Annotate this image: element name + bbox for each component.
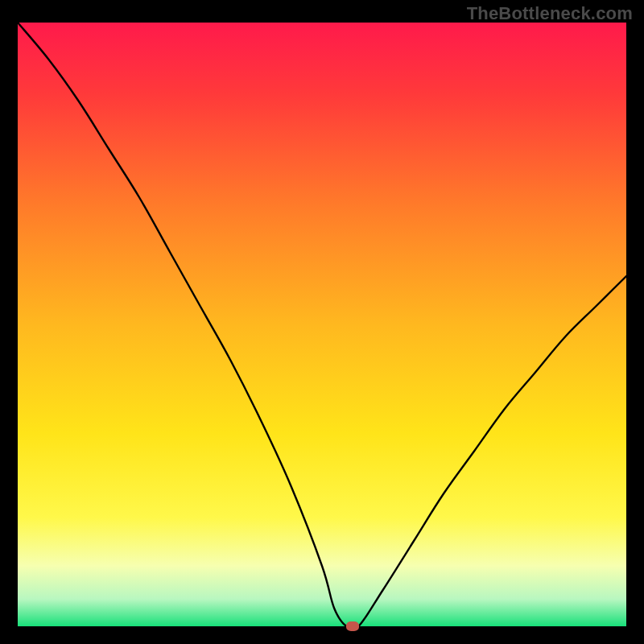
watermark-text: TheBottleneck.com — [467, 3, 633, 24]
chart-frame: TheBottleneck.com — [0, 0, 644, 644]
plot-area — [18, 23, 626, 626]
optimum-marker — [346, 621, 359, 631]
gradient-fill — [18, 23, 626, 626]
chart-svg — [18, 23, 626, 626]
